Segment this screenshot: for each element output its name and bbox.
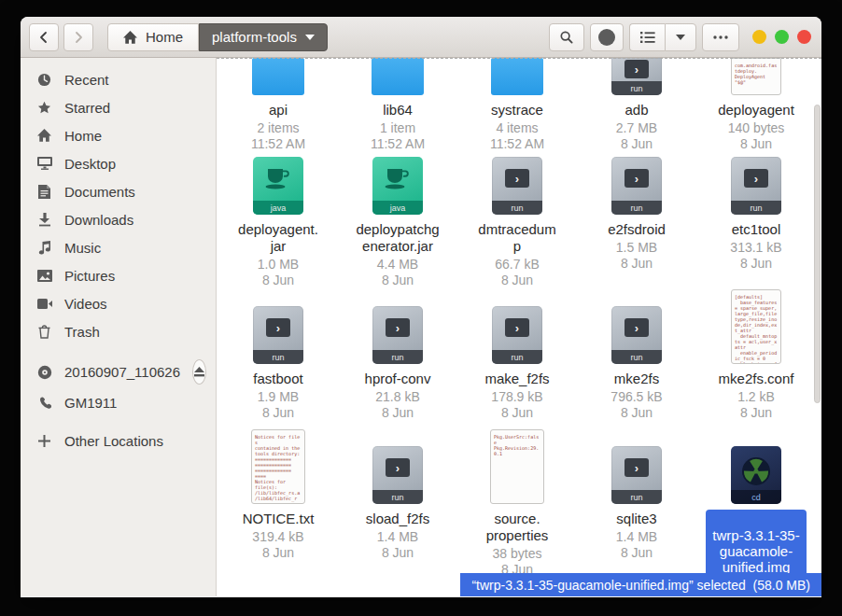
file-item-notice-txt[interactable]: Notices for files contained in the tools… [218,427,338,596]
file-item-mke2fs-conf[interactable]: [defaults] base_features = sparse_super,… [696,289,816,421]
file-item-deploypatchgenerator-jar[interactable]: java deploypatchg enerator.jar 4.4 MB 8 … [338,157,457,288]
disk-image-icon: cd [731,446,781,504]
vertical-scrollbar[interactable] [814,105,821,403]
executable-icon: › run [611,58,662,95]
file-item-twrp-img-selected[interactable]: cd twrp-3.3.1-35- guacamole- unified.img… [696,427,816,596]
list-view-icon [640,31,655,44]
music-note-icon [36,241,52,255]
chevron-down-icon [305,35,315,40]
executable-icon: ›run [611,446,662,504]
back-button[interactable] [29,23,59,51]
search-button[interactable] [549,23,584,51]
breadcrumb-current-label: platform-tools [212,29,297,45]
sidebar-item-device-gm1911[interactable]: GM1911 [21,387,216,418]
file-item-deployagent-jar[interactable]: java deployagent. jar 1.0 MB 8 Jun [218,157,338,288]
desktop-icon [36,157,52,170]
executable-icon: ›run [731,157,781,215]
window-controls [752,30,811,44]
clock-icon [36,73,52,87]
java-archive-icon: java [253,157,303,215]
executable-icon: ›run [492,157,542,215]
sidebar-item-downloads[interactable]: Downloads [21,205,216,233]
executable-icon: ›run [253,306,303,364]
sidebar-item-videos[interactable]: Videos [21,289,216,317]
star-icon [36,101,52,115]
file-item-sload-f2fs[interactable]: ›run sload_f2fs 1.4 MB 8 Jun [338,427,457,596]
trash-icon [36,325,52,339]
download-icon [36,213,52,227]
file-item-etc1tool[interactable]: ›run etc1tool 313.1 kB 8 Jun [696,157,816,288]
file-item-sqlite3[interactable]: ›run sqlite3 1.4 MB 8 Jun [577,427,696,596]
executable-icon: ›run [611,157,662,215]
forward-button[interactable] [63,23,93,51]
file-grid: api 2 items 11:52 AM lib64 1 item 11:52 … [217,58,821,596]
sidebar-item-documents[interactable]: Documents [21,177,216,205]
eject-button[interactable] [192,359,206,385]
header-bar: Home platform-tools [21,17,821,58]
file-item-systrace[interactable]: systrace 4 items 11:52 AM [457,58,577,152]
menu-button[interactable] [702,23,739,51]
document-icon [36,185,52,199]
ellipsis-icon [712,35,729,40]
java-archive-icon: java [372,157,423,215]
breadcrumb-home-button[interactable]: Home [107,23,199,51]
sidebar-item-other-locations[interactable]: Other Locations [21,427,216,455]
file-manager-window: Home platform-tools [21,17,821,597]
sidebar: Recent Starred Home Desktop Documents Do… [21,58,217,596]
executable-icon: ›run [372,446,423,504]
chevron-left-icon [37,31,50,44]
close-button[interactable] [797,30,811,44]
sidebar-item-volume-20160907[interactable]: 20160907_110626 [21,357,216,387]
file-item-make-f2fs[interactable]: ›run make_f2fs 178.9 kB 8 Jun [457,289,577,421]
executable-icon: ›run [372,306,423,364]
phone-icon [36,397,52,410]
breadcrumb: Home platform-tools [107,23,328,51]
file-item-source-properties[interactable]: Pkg.UserSrc:false Pkg.Revision:29.0.1 so… [457,427,577,596]
file-item-deployagent[interactable]: com.android.fastdeploy. DeployAgent "$@"… [696,58,816,152]
video-camera-icon [36,299,52,309]
folder-icon [252,58,304,95]
folder-icon [372,58,424,95]
breadcrumb-current-button[interactable]: platform-tools [199,23,328,51]
home-icon [36,129,52,142]
search-icon [559,30,574,45]
sidebar-item-trash[interactable]: Trash [21,317,216,345]
executable-icon: ›run [492,306,542,364]
operations-button[interactable] [590,23,624,51]
disc-icon [36,365,52,380]
file-item-lib64[interactable]: lib64 1 item 11:52 AM [338,58,457,152]
sidebar-item-home[interactable]: Home [21,121,216,149]
operations-progress-icon [598,29,615,46]
folder-icon [491,58,543,95]
sidebar-item-recent[interactable]: Recent [21,65,216,93]
sidebar-item-pictures[interactable]: Pictures [21,261,216,289]
home-icon [123,31,137,44]
selection-status-bar: “twrp-3.3.1-35-guacamole-unified.img” se… [460,573,821,596]
picture-icon [36,270,52,282]
list-view-button[interactable] [629,23,665,51]
file-item-e2fsdroid[interactable]: ›run e2fsdroid 1.5 MB 8 Jun [577,157,696,288]
chevron-right-icon [72,31,85,44]
sidebar-item-music[interactable]: Music [21,233,216,261]
executable-icon: ›run [611,306,662,364]
text-file-icon: Notices for files contained in the tools… [251,429,305,504]
minimize-button[interactable] [752,30,766,44]
text-file-icon: com.android.fastdeploy. DeployAgent "$@" [731,58,781,95]
file-item-mke2fs[interactable]: ›run mke2fs 796.5 kB 8 Jun [577,289,696,421]
maximize-button[interactable] [775,30,789,44]
plus-icon [36,435,52,447]
view-options-button[interactable] [665,23,696,51]
file-item-dmtracedump[interactable]: ›run dmtracedum p 66.7 kB 8 Jun [457,157,577,288]
file-item-api[interactable]: api 2 items 11:52 AM [218,58,338,152]
file-item-adb[interactable]: › run adb 2.7 MB 8 Jun [577,58,696,152]
sidebar-item-desktop[interactable]: Desktop [21,149,216,177]
file-item-fastboot[interactable]: ›run fastboot 1.9 MB 8 Jun [218,289,338,421]
file-item-hprof-conv[interactable]: ›run hprof-conv 21.8 kB 8 Jun [338,289,457,421]
sidebar-item-starred[interactable]: Starred [21,93,216,121]
chevron-down-icon [676,35,685,40]
text-file-icon: [defaults] base_features = sparse_super,… [731,289,781,364]
text-file-icon: Pkg.UserSrc:false Pkg.Revision:29.0.1 [490,429,544,504]
breadcrumb-home-label: Home [146,29,183,45]
